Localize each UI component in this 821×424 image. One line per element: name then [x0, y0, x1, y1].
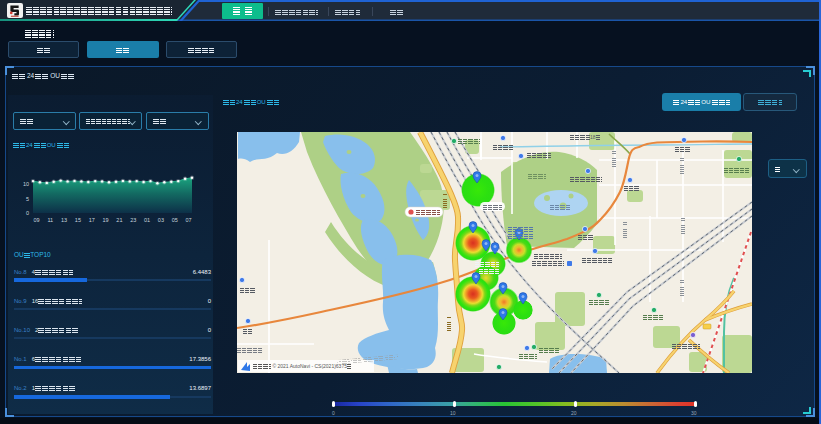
svg-text:0: 0	[26, 210, 29, 216]
svg-text:01: 01	[144, 217, 150, 223]
svg-text:15: 15	[75, 217, 81, 223]
svg-text:5: 5	[26, 196, 29, 202]
svg-text:11: 11	[47, 217, 53, 223]
svg-text:19: 19	[103, 217, 109, 223]
svg-text:21: 21	[116, 217, 122, 223]
svg-text:10: 10	[23, 181, 29, 187]
svg-text:13: 13	[61, 217, 67, 223]
svg-text:17: 17	[89, 217, 95, 223]
svg-text:05: 05	[172, 217, 178, 223]
svg-text:03: 03	[158, 217, 164, 223]
svg-text:09: 09	[33, 217, 39, 223]
svg-text:07: 07	[185, 217, 191, 223]
svg-text:23: 23	[130, 217, 136, 223]
